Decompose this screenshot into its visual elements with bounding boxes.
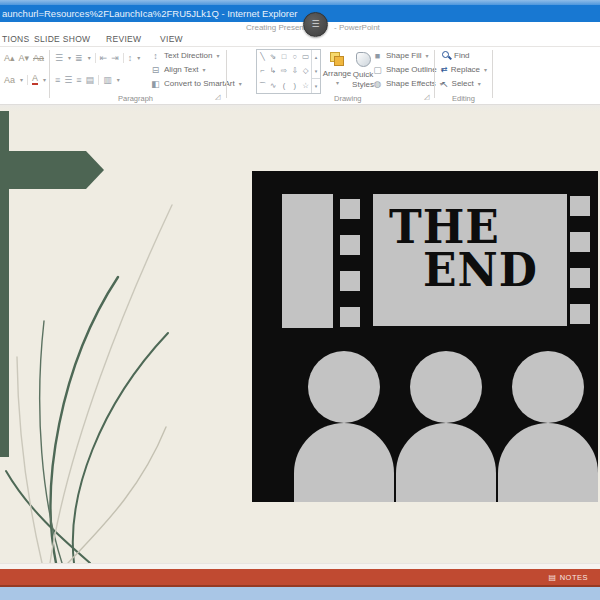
text-direction-button[interactable]: ↕ Text Direction ▾ xyxy=(150,49,219,62)
smartart-icon: ◧ xyxy=(150,79,161,89)
ie-title-text: aunchurl=Resources%2FLaunchIca%2FRU5JLk1… xyxy=(2,8,297,19)
find-button[interactable]: Find xyxy=(441,49,470,62)
drawing-group-label: Drawing xyxy=(334,94,362,103)
film-sprocket-hole xyxy=(570,196,590,216)
shape-fill-button[interactable]: ■ Shape Fill ▾ xyxy=(372,49,429,62)
tab-slide-show[interactable]: SLIDE SHOW xyxy=(34,34,90,44)
shape-rounded-rect-icon[interactable]: ▭ xyxy=(300,50,311,64)
editing-group-label: Editing xyxy=(452,94,475,103)
chevron-down-icon: ▾ xyxy=(20,76,23,83)
shape-connector-icon[interactable]: ⌐ xyxy=(257,64,268,78)
the-end-text-line2: END xyxy=(423,245,567,294)
text-direction-icon: ↕ xyxy=(150,51,161,61)
app-title-left: Creating Presen xyxy=(246,23,304,32)
shape-star-icon[interactable]: ☆ xyxy=(300,79,311,93)
ie-titlebar: aunchurl=Resources%2FLaunchIca%2FRU5JLk1… xyxy=(0,5,600,22)
gallery-scroll-down[interactable]: ▾ xyxy=(312,64,320,78)
grow-font-button[interactable]: A▴ xyxy=(4,52,15,64)
chevron-down-icon: ▾ xyxy=(88,54,91,61)
font-color-button[interactable]: A xyxy=(32,74,38,85)
notes-icon: ▤ xyxy=(549,573,557,582)
drawing-dialog-launcher[interactable]: ◿ xyxy=(424,93,429,101)
cross-horizontal-arrow xyxy=(0,151,104,189)
shape-outline-button[interactable]: ▢ Shape Outline ▾ xyxy=(372,63,444,76)
find-label: Find xyxy=(454,51,470,60)
shape-fill-label: Shape Fill xyxy=(386,51,422,60)
shape-arrow-icon[interactable]: ⇘ xyxy=(268,50,279,64)
gallery-scroll-up[interactable]: ▴ xyxy=(312,50,320,64)
shrink-font-button[interactable]: A▾ xyxy=(19,52,30,64)
tab-tions[interactable]: TIONS xyxy=(2,34,29,44)
shape-oval-icon[interactable]: ○ xyxy=(289,50,300,64)
audience-head xyxy=(410,351,482,423)
film-sprocket-hole xyxy=(340,307,360,327)
chevron-down-icon: ▾ xyxy=(216,52,219,59)
divider xyxy=(95,53,96,63)
replace-button[interactable]: ⇄ Replace ▾ xyxy=(441,63,487,76)
group-separator xyxy=(492,50,493,98)
shape-effects-label: Shape Effects xyxy=(386,79,436,88)
group-separator xyxy=(49,50,50,98)
decrease-indent-button[interactable]: ⇤ xyxy=(100,52,108,64)
divider xyxy=(27,75,28,85)
shape-elbow-arrow-icon[interactable]: ↳ xyxy=(268,64,279,78)
overlay-menu-badge[interactable]: ☰ xyxy=(303,12,328,37)
shape-left-brace-icon[interactable]: ( xyxy=(279,79,290,93)
change-case-button[interactable]: Aa xyxy=(4,74,15,86)
paragraph-dialog-launcher[interactable]: ◿ xyxy=(215,93,220,101)
align-left-button[interactable]: ≡ xyxy=(55,74,60,86)
numbering-button[interactable]: ≣ xyxy=(75,52,83,64)
chevron-down-icon: ▾ xyxy=(68,54,71,61)
shape-arc-icon[interactable]: ⌒ xyxy=(257,79,268,93)
chevron-down-icon: ▾ xyxy=(117,76,120,83)
justify-button[interactable]: ▤ xyxy=(86,74,95,86)
movie-screen: THE END xyxy=(373,194,567,326)
slide-canvas[interactable]: THE END xyxy=(0,105,600,563)
menu-lines-icon: ☰ xyxy=(311,19,319,29)
film-sprocket-hole xyxy=(570,268,590,288)
shape-diamond-icon[interactable]: ◇ xyxy=(300,64,311,78)
group-separator xyxy=(226,50,227,98)
select-icon: ↖ xyxy=(441,79,449,89)
shape-curve-icon[interactable]: ∿ xyxy=(268,79,279,93)
tab-view[interactable]: VIEW xyxy=(160,34,183,44)
convert-to-smartart-button[interactable]: ◧ Convert to SmartArt ▾ xyxy=(150,77,242,90)
shape-outline-label: Shape Outline xyxy=(386,65,437,74)
film-sprocket-hole xyxy=(340,271,360,291)
notes-label: NOTES xyxy=(560,573,588,582)
notes-button[interactable]: ▤ NOTES xyxy=(549,569,588,585)
align-center-button[interactable]: ☰ xyxy=(64,74,72,86)
shape-down-arrow-icon[interactable]: ⇩ xyxy=(289,64,300,78)
arrange-icon xyxy=(330,52,344,66)
shape-rectangle-icon[interactable]: □ xyxy=(279,50,290,64)
shapes-gallery: ╲ ⇘ □ ○ ▭ ⌐ ↳ ⇨ ⇩ ◇ ⌒ ∿ ( ) ☆ ▴ ▾ ▾ xyxy=(256,49,321,94)
tab-review[interactable]: REVIEW xyxy=(106,34,141,44)
increase-indent-button[interactable]: ⇥ xyxy=(111,52,119,64)
align-text-button[interactable]: ⊟ Align Text ▾ xyxy=(150,63,206,76)
columns-button[interactable]: ▥ xyxy=(103,74,112,86)
chevron-down-icon: ▾ xyxy=(43,76,46,83)
film-sprocket-hole xyxy=(340,199,360,219)
film-sprocket-hole xyxy=(570,232,590,252)
chevron-down-icon: ▾ xyxy=(336,80,339,86)
shape-right-arrow-icon[interactable]: ⇨ xyxy=(279,64,290,78)
select-button[interactable]: ↖ Select ▾ xyxy=(441,77,481,90)
divider xyxy=(123,53,124,63)
line-spacing-button[interactable]: ↕ xyxy=(128,52,133,64)
shape-effects-button[interactable]: ◍ Shape Effects ▾ xyxy=(372,77,443,90)
ribbon-tab-bar: TIONS SLIDE SHOW REVIEW VIEW xyxy=(0,33,600,47)
bullets-button[interactable]: ☰ xyxy=(55,52,63,64)
find-icon xyxy=(441,50,451,61)
shape-right-brace-icon[interactable]: ) xyxy=(289,79,300,93)
shape-effects-icon: ◍ xyxy=(372,79,383,89)
shape-fill-icon: ■ xyxy=(372,51,383,61)
gallery-more-button[interactable]: ▾ xyxy=(312,78,320,93)
shape-line-icon[interactable]: ╲ xyxy=(257,50,268,64)
film-sprocket-hole xyxy=(340,235,360,255)
audience-body xyxy=(498,423,598,502)
clear-formatting-button[interactable]: Aa xyxy=(33,52,44,64)
align-right-button[interactable]: ≡ xyxy=(76,74,81,86)
the-end-clipart[interactable]: THE END xyxy=(252,171,598,502)
window-bottom-edge xyxy=(0,585,600,600)
powerpoint-titlebar: Creating Presen - PowerPoint ☰ xyxy=(0,22,600,33)
